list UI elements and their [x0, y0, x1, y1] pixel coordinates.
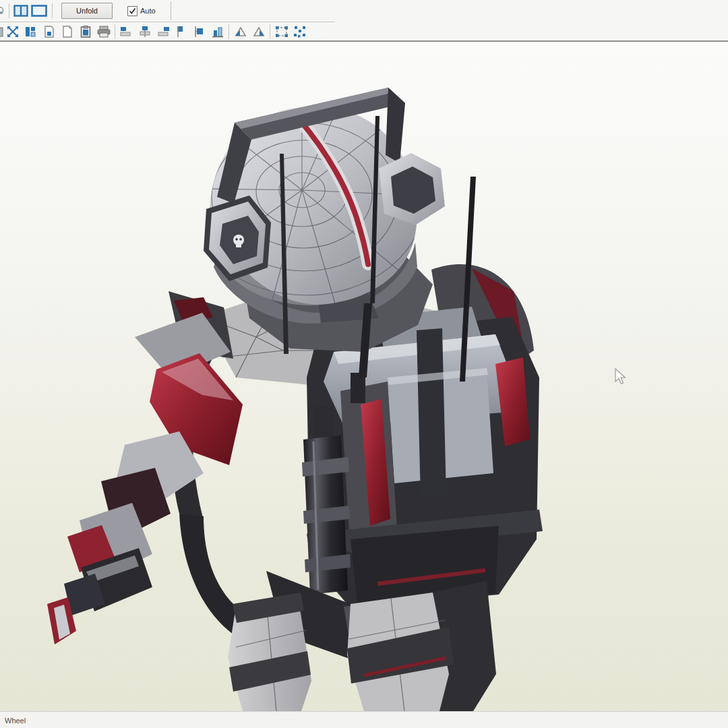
- toolbar-separator: [52, 3, 53, 18]
- split-view-icon[interactable]: [11, 3, 30, 19]
- paste-icon[interactable]: [76, 24, 94, 40]
- align-center-icon[interactable]: [135, 24, 154, 40]
- print-icon[interactable]: [94, 24, 113, 40]
- trooper-model: [0, 42, 728, 711]
- check-icon: [129, 7, 136, 15]
- toolbar-secondary: [0, 22, 728, 42]
- auto-checkbox-label: Auto: [140, 7, 156, 15]
- export-page-icon[interactable]: [40, 24, 58, 40]
- auto-checkbox[interactable]: [127, 6, 138, 16]
- align-bottom-icon[interactable]: [208, 24, 226, 40]
- select-vertices-icon[interactable]: [272, 24, 291, 40]
- rotate-right-icon[interactable]: [249, 24, 268, 40]
- rotate-left-icon[interactable]: [231, 24, 249, 40]
- align-right-icon[interactable]: [154, 24, 172, 40]
- unfold-button-label: Unfold: [76, 7, 98, 15]
- toolbar-main: Unfold Auto: [0, 0, 728, 22]
- auto-checkbox-group[interactable]: Auto: [127, 6, 156, 16]
- toolbar-separator: [270, 24, 270, 39]
- toolbar-separator: [229, 24, 229, 39]
- viewport-3d[interactable]: [0, 42, 728, 711]
- rotate-view-icon[interactable]: [0, 3, 7, 19]
- layout-columns-icon[interactable]: [22, 24, 40, 40]
- status-bar: Wheel: [0, 711, 728, 728]
- align-left-icon[interactable]: [117, 24, 135, 40]
- toolbar-separator: [9, 3, 9, 18]
- toolbar-separator: [115, 24, 115, 39]
- toolbar-edge: [171, 1, 171, 20]
- new-page-icon[interactable]: [58, 24, 76, 40]
- fit-view-icon[interactable]: [3, 24, 22, 40]
- status-text: Wheel: [0, 717, 26, 725]
- unfold-button[interactable]: Unfold: [61, 3, 113, 19]
- mouse-cursor: [615, 369, 626, 384]
- align-middle-icon[interactable]: [190, 24, 208, 40]
- scatter-points-icon[interactable]: [291, 24, 309, 40]
- single-view-icon[interactable]: [30, 3, 48, 19]
- align-top-icon[interactable]: [172, 24, 190, 40]
